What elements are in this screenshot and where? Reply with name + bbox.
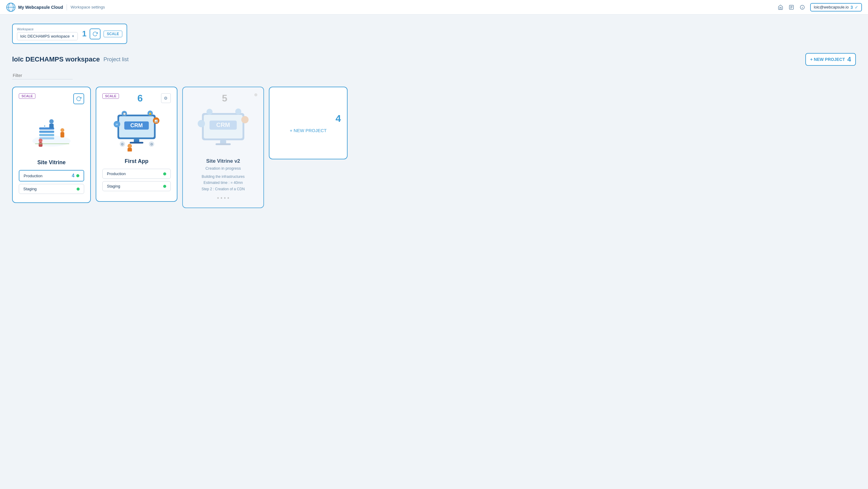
card3-dot <box>254 93 257 96</box>
home-icon[interactable] <box>777 4 783 10</box>
new-project-btn-num: 4 <box>847 55 851 63</box>
card-new-project[interactable]: 4 + NEW PROJECT <box>269 87 347 160</box>
card2-staging-dot <box>163 185 166 188</box>
main-content: Workspace loïc DECHAMPS workspace ▼ 1 SC… <box>0 15 868 217</box>
workspace-dropdown[interactable]: loïc DECHAMPS workspace ▼ <box>17 32 78 40</box>
filter-input[interactable] <box>12 72 73 79</box>
card2-num: 6 <box>137 93 143 103</box>
svg-point-48 <box>241 116 249 123</box>
scale-badge-header[interactable]: SCALE <box>103 31 123 37</box>
svg-rect-18 <box>61 132 64 138</box>
card3-illustration: CRM <box>189 106 257 154</box>
card3-num: 5 <box>222 93 227 103</box>
workspace-selector: Workspace loïc DECHAMPS workspace ▼ <box>17 27 78 40</box>
svg-rect-20 <box>39 142 43 147</box>
card2-title: First App <box>102 158 171 165</box>
svg-point-19 <box>39 139 43 142</box>
logo-icon <box>6 2 16 12</box>
user-badge[interactable]: loic@webcapsule.io 3 ✓ <box>810 3 862 11</box>
logo-area: My Webcapsule Cloud <box>6 2 63 12</box>
svg-point-47 <box>198 120 205 127</box>
svg-point-49 <box>207 109 213 115</box>
user-num: 3 <box>850 5 853 10</box>
svg-rect-16 <box>49 124 54 128</box>
card1-scale-badge: SCALE <box>19 93 35 99</box>
card2-top-row: SCALE 6 ⚙ <box>102 93 171 103</box>
svg-point-17 <box>61 128 64 132</box>
svg-point-10 <box>32 136 70 147</box>
card1-env-staging[interactable]: Staging <box>19 184 84 194</box>
svg-point-22 <box>44 125 45 127</box>
page-title-left: loïc DECHAMPS workspace Project list <box>12 55 129 63</box>
card3-title: Site Vitrine v2 <box>189 158 257 164</box>
svg-point-37 <box>127 144 132 148</box>
project-list-label: Project list <box>103 56 129 63</box>
workspace-label: Workspace <box>17 27 78 31</box>
app-title: My Webcapsule Cloud <box>18 5 63 10</box>
card1-env-production[interactable]: Production 4 <box>19 170 84 181</box>
card-first-app[interactable]: SCALE 6 ⚙ CRM ✉ 📊 <box>96 87 178 202</box>
svg-point-15 <box>49 119 54 124</box>
card1-title: Site Vitrine <box>19 160 84 166</box>
svg-text:💬: 💬 <box>123 112 126 116</box>
workspace-selector-num: 1 <box>82 29 86 38</box>
workspace-name: loïc DECHAMPS workspace <box>12 55 100 63</box>
card4-num: 4 <box>336 113 341 124</box>
workspace-dropdown-value: loïc DECHAMPS workspace <box>20 34 70 38</box>
new-project-button[interactable]: + NEW PROJECT 4 <box>805 53 856 66</box>
svg-text:✉: ✉ <box>116 123 118 126</box>
svg-text:🔔: 🔔 <box>149 112 152 115</box>
doc-icon[interactable] <box>788 4 795 10</box>
workspace-settings-link[interactable]: Workspace settings <box>70 5 105 9</box>
production-status-dot <box>76 174 79 177</box>
header-divider <box>67 4 67 10</box>
card3-creation-info: Building the infrastructures Estimated t… <box>189 174 257 192</box>
svg-rect-13 <box>39 134 55 136</box>
chevron-down-icon: ▼ <box>71 34 74 38</box>
card3-creation-label: Creation in progress <box>189 166 257 171</box>
user-email: loic@webcapsule.io <box>814 5 848 9</box>
svg-text:⚙: ⚙ <box>121 142 124 146</box>
check-icon: ✓ <box>855 5 858 10</box>
card3-loading: • • • • <box>189 195 257 201</box>
card1-illustration <box>19 107 84 156</box>
page-title-row: loïc DECHAMPS workspace Project list + N… <box>12 53 856 66</box>
card2-env-production[interactable]: Production <box>102 169 171 179</box>
filter-area <box>12 72 856 79</box>
svg-rect-36 <box>130 142 144 143</box>
svg-text:⚙: ⚙ <box>150 142 153 146</box>
svg-rect-12 <box>39 131 55 133</box>
card2-prod-dot <box>163 172 166 175</box>
cards-grid: SCALE <box>12 87 856 208</box>
card-site-vitrine-v2[interactable]: 5 CRM Site Vitrine v2 Cr <box>182 87 264 208</box>
card2-scale-badge: SCALE <box>102 93 119 99</box>
header: My Webcapsule Cloud Workspace settings <box>0 0 868 15</box>
svg-text:📊: 📊 <box>154 119 158 123</box>
svg-text:CRM: CRM <box>130 122 143 128</box>
card1-top-row: SCALE <box>19 93 84 104</box>
svg-text:CRM: CRM <box>216 121 230 128</box>
svg-rect-38 <box>127 148 132 151</box>
refresh-button[interactable] <box>90 28 100 39</box>
svg-point-50 <box>235 109 241 115</box>
svg-rect-52 <box>216 143 231 145</box>
card3-top-row: 5 <box>189 93 257 103</box>
card2-settings-btn[interactable]: ⚙ <box>161 93 171 103</box>
card2-illustration: CRM ✉ 📊 💬 🔔 <box>102 106 171 154</box>
card4-label: + NEW PROJECT <box>290 128 327 133</box>
card1-action-btn[interactable] <box>73 93 84 104</box>
info-icon[interactable] <box>799 4 805 10</box>
staging-status-dot <box>76 188 80 191</box>
card-site-vitrine-wrapper: SCALE <box>12 87 91 203</box>
card2-env-staging[interactable]: Staging <box>102 181 171 191</box>
header-right: loic@webcapsule.io 3 ✓ <box>777 3 862 11</box>
header-left: My Webcapsule Cloud Workspace settings <box>6 2 105 12</box>
card-site-vitrine[interactable]: SCALE <box>12 87 91 203</box>
